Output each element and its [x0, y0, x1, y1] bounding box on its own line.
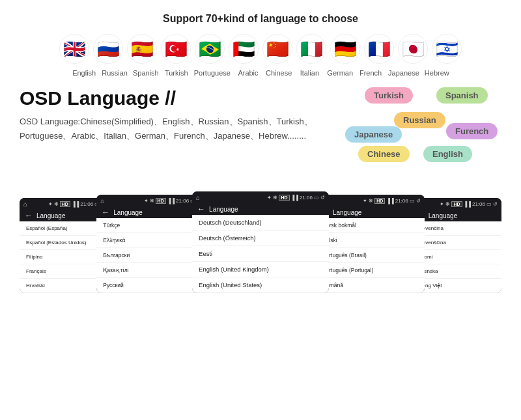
home-icon: ⌂ — [100, 197, 104, 204]
list-item[interactable]: Slovenščina — [412, 236, 501, 250]
flag-label: Turkish — [164, 69, 189, 77]
language-bubble: Russian — [394, 112, 445, 128]
back-nav-icon: ↺ — [416, 198, 421, 204]
list-item[interactable]: Svenska — [412, 264, 501, 279]
device-mockup: ⌂ ✦ ❋ HD ▐▐ 21:06 ▭ ↺ ← LanguageDeutsch … — [192, 191, 329, 293]
hd-badge: HD — [156, 198, 166, 204]
flag-circle: 🇨🇳 — [262, 34, 292, 64]
home-icon: ⌂ — [196, 194, 200, 201]
hd-badge: HD — [374, 198, 385, 204]
device-nav-bar: ← Language — [96, 206, 205, 218]
time-display: 21:06 — [176, 198, 189, 204]
flag-label: French — [358, 69, 383, 77]
flag-circle: 🇫🇷 — [364, 34, 394, 64]
time-display: 21:06 — [300, 195, 313, 201]
flag-circle: 🇪🇸 — [127, 34, 157, 64]
flag-circle: 🇩🇪 — [330, 34, 360, 64]
list-item[interactable]: Қазақ тілі — [96, 263, 205, 278]
hd-badge: HD — [451, 201, 462, 207]
flag-label: Arabic — [236, 69, 260, 77]
back-arrow-icon[interactable]: ← — [102, 208, 109, 217]
language-bubble: Japanese — [345, 126, 402, 143]
nav-title: Language — [36, 212, 66, 219]
list-item[interactable]: Polski — [316, 233, 425, 248]
back-arrow-icon[interactable]: ← — [197, 204, 205, 214]
flags-row: 🇬🇧🇷🇺🇪🇸🇹🇷🇧🇷🇦🇪🇨🇳🇮🇹🇩🇪🇫🇷🇯🇵🇮🇱 — [20, 34, 501, 64]
back-nav-icon: ↺ — [320, 195, 325, 201]
list-item[interactable]: Eesti — [192, 246, 329, 262]
hd-badge: HD — [60, 201, 70, 207]
list-item[interactable]: Türkçe — [96, 218, 205, 233]
flag-label: Russian — [102, 69, 128, 77]
time-display: 21:06 — [395, 198, 408, 204]
list-item[interactable]: Deutsch (Österreich) — [192, 231, 329, 246]
language-list: SlovenčinaSlovenščinaSuomiSvenskaTiếng V… — [412, 221, 501, 293]
screenshots-row: ⌂ ✦ ❋ HD ▐▐ 21:06 ▭ ↺ ← LanguageEspañol … — [20, 178, 501, 293]
flag-circle: 🇦🇪 — [229, 34, 259, 64]
signal-icon: ▐▐ — [167, 198, 175, 204]
list-item[interactable]: Ελληνικά — [96, 233, 205, 248]
language-bubble: Spanish — [436, 87, 488, 104]
language-list: Norsk bokmålPolskiPortuguês (Brasil)Port… — [316, 218, 425, 293]
language-bubble: Chinese — [358, 146, 410, 162]
back-arrow-icon[interactable]: ← — [25, 211, 33, 220]
main-container: Support 70+kind of language to choose 🇬🇧… — [0, 0, 521, 420]
flag-labels: EnglishRussianSpanishTurkishPortugueseAr… — [20, 69, 501, 77]
device-nav-bar: ← Language — [412, 210, 501, 221]
list-item[interactable]: Português (Portugal) — [316, 263, 425, 278]
flag-circle: 🇹🇷 — [161, 34, 191, 64]
device-status-bar: ⌂ ✦ ❋ HD ▐▐ 21:06 ▭ ↺ — [96, 195, 205, 206]
list-item[interactable]: Tiếng Việt — [412, 279, 501, 293]
list-item[interactable]: Português (Brasil) — [316, 248, 425, 263]
status-info: ✦ ❋ HD ▐▐ 21:06 ▭ ↺ — [440, 201, 498, 207]
wifi-icon: ❋ — [273, 195, 277, 201]
flag-circle: 🇷🇺 — [93, 34, 123, 64]
bluetooth-icon: ✦ — [144, 198, 148, 204]
device-mockup: ⌂ ✦ ❋ HD ▐▐ 21:06 ▭ ↺ ← LanguageNorsk bo… — [316, 195, 425, 293]
wifi-icon: ❋ — [445, 201, 450, 207]
list-item[interactable]: Русский — [96, 278, 205, 293]
back-nav-icon: ↺ — [493, 201, 498, 207]
battery-icon: ▭ — [486, 201, 492, 207]
status-info: ✦ ❋ HD ▐▐ 21:06 ▭ ↺ — [267, 195, 325, 201]
language-list: TürkçeΕλληνικάБългарскиҚазақ тіліРусский — [96, 218, 205, 293]
home-icon: ⌂ — [23, 201, 27, 208]
nav-title: Language — [429, 212, 458, 219]
language-bubble: Furench — [446, 123, 498, 139]
bluetooth-icon: ✦ — [440, 201, 444, 207]
device-nav-bar: ← Language — [316, 206, 425, 218]
device-mockup: ⌂ ✦ ❋ HD ▐▐ 21:06 ▭ ↺ ← LanguageSlovenči… — [412, 198, 501, 293]
list-item[interactable]: Suomi — [412, 250, 501, 264]
list-item[interactable]: Română — [316, 278, 425, 293]
list-item[interactable]: English (United States) — [192, 277, 329, 293]
flag-label: German — [327, 69, 353, 77]
list-item[interactable]: Slovenčina — [412, 221, 501, 236]
time-display: 21:06 — [472, 201, 485, 207]
language-bubbles: TurkishSpanishRussianJapaneseFurenchChin… — [345, 87, 501, 172]
list-item[interactable]: Български — [96, 248, 205, 263]
language-bubble: English — [423, 146, 472, 162]
bluetooth-icon: ✦ — [267, 195, 272, 201]
list-item[interactable]: Norsk bokmål — [316, 218, 425, 233]
wifi-icon: ❋ — [369, 198, 373, 204]
flag-circle: 🇬🇧 — [59, 34, 89, 64]
wifi-icon: ❋ — [54, 201, 59, 207]
nav-title: Language — [113, 209, 143, 216]
osd-left: OSD Language // OSD Language:Chinese(Sim… — [20, 87, 332, 143]
list-item[interactable]: Deutsch (Deutschland) — [192, 215, 329, 231]
device-mockup: ⌂ ✦ ❋ HD ▐▐ 21:06 ▭ ↺ ← LanguageTürkçeΕλ… — [96, 195, 205, 293]
language-bubble: Turkish — [365, 87, 413, 104]
flag-circle: 🇮🇹 — [296, 34, 326, 64]
hd-badge: HD — [279, 195, 289, 201]
flag-circle: 🇧🇷 — [195, 34, 225, 64]
flag-label: Japanese — [388, 69, 419, 77]
list-item[interactable]: English (United Kingdom) — [192, 262, 329, 277]
signal-icon: ▐▐ — [291, 195, 298, 201]
device-status-bar: ⌂ ✦ ❋ HD ▐▐ 21:06 ▭ ↺ — [412, 198, 501, 210]
flag-circle: 🇮🇱 — [432, 34, 462, 64]
osd-section: OSD Language // OSD Language:Chinese(Sim… — [20, 87, 501, 172]
flag-label: Chinese — [266, 69, 292, 77]
battery-icon: ▭ — [314, 195, 319, 201]
flag-label: Italian — [297, 69, 322, 77]
page-title: Support 70+kind of language to choose — [20, 13, 501, 25]
